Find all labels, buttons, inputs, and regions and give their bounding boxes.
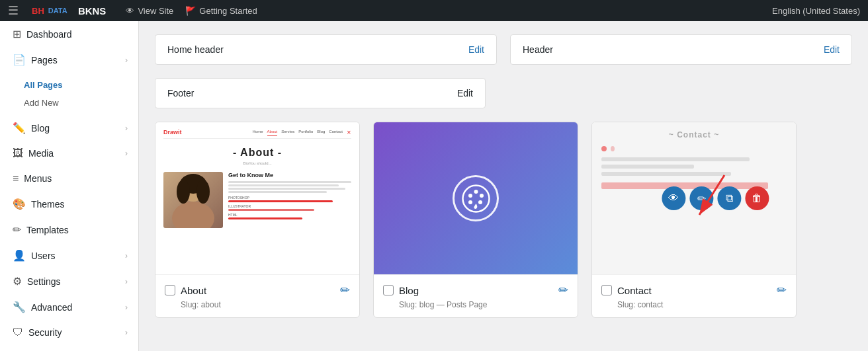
sidebar-item-templates[interactable]: ✏ Templates xyxy=(0,217,138,243)
blog-card-preview xyxy=(374,122,578,274)
sidebar-item-security[interactable]: 🛡 Security › xyxy=(0,320,138,345)
nav-close-icon: ✕ xyxy=(347,130,351,136)
security-icon: 🛡 xyxy=(13,327,23,338)
chevron-right-icon: › xyxy=(125,124,128,133)
home-header-label: Home header xyxy=(167,44,224,55)
blog-gradient-bg xyxy=(374,122,578,274)
contact-preview-heading: ~ Contact ~ xyxy=(601,130,787,139)
advanced-icon: 🔧 xyxy=(13,301,26,313)
home-header-row: Home header Edit xyxy=(155,34,497,65)
sidebar-item-media[interactable]: 🖼 Media › xyxy=(0,141,138,166)
footer-row: Footer Edit xyxy=(155,78,486,108)
sidebar-item-label: Settings xyxy=(27,276,61,287)
menu-icon[interactable]: ☰ xyxy=(8,3,19,18)
nav-home: Home xyxy=(253,130,263,136)
footer-edit-button[interactable]: Edit xyxy=(457,88,473,98)
copy-icon-button[interactable]: ⧉ xyxy=(717,186,741,210)
about-edit-icon[interactable]: ✏ xyxy=(340,283,350,297)
getting-started-link[interactable]: 🚩 Getting Started xyxy=(185,6,257,16)
pages-cards-grid: Drawit Home About Servies Portfolio Blog… xyxy=(155,122,852,318)
pages-submenu: All Pages Add New xyxy=(0,73,138,115)
about-card-footer: About ✏ Slug: about xyxy=(155,274,359,317)
contact-edit-icon[interactable]: ✏ xyxy=(777,283,787,297)
footer-label: Footer xyxy=(167,88,194,98)
header-edit-button[interactable]: Edit xyxy=(824,44,840,55)
delete-icon-button[interactable]: 🗑 xyxy=(745,186,769,210)
nav-about: About xyxy=(267,130,278,136)
sidebar-item-blog[interactable]: ✏️ Blog › xyxy=(0,115,138,141)
templates-icon: ✏ xyxy=(13,223,21,236)
media-icon: 🖼 xyxy=(13,147,23,159)
sidebar-item-menus[interactable]: ≡ Menus xyxy=(0,166,138,191)
blog-checkbox[interactable] xyxy=(383,285,394,295)
nav-contact: Contact xyxy=(329,130,343,136)
svg-point-3 xyxy=(177,180,190,204)
sidebar-item-dashboard[interactable]: ⊞ Dashboard xyxy=(0,21,138,47)
edit-icon-button[interactable]: ✏ xyxy=(689,186,713,210)
contact-line-1 xyxy=(601,157,750,161)
view-icon-button[interactable]: 👁 xyxy=(662,186,685,210)
sidebar-item-pages[interactable]: 📄 Pages › xyxy=(0,47,138,73)
sidebar-item-label: Menus xyxy=(24,173,52,184)
page-card-contact: ~ Contact ~ 👁 ✏ ⧉ xyxy=(591,122,797,318)
users-icon: 👤 xyxy=(13,249,26,262)
contact-dot-2 xyxy=(611,146,615,151)
svg-point-9 xyxy=(478,200,482,204)
themes-icon: 🎨 xyxy=(13,198,26,210)
blog-icon: ✏️ xyxy=(13,122,26,134)
sidebar-item-label: Templates xyxy=(26,225,69,235)
logo-bh: BH xyxy=(32,6,44,16)
svg-point-10 xyxy=(468,200,472,204)
about-person-image xyxy=(163,172,223,228)
sidebar-item-themes[interactable]: 🎨 Themes xyxy=(0,191,138,217)
about-card-slug: Slug: about xyxy=(181,300,350,309)
sidebar-item-advanced[interactable]: 🔧 Advanced › xyxy=(0,294,138,320)
site-logo: BHDATA BKNS xyxy=(32,5,106,17)
contact-card-slug: Slug: contact xyxy=(617,300,787,309)
menus-icon: ≡ xyxy=(13,173,19,184)
sidebar: ⊞ Dashboard 📄 Pages › All Pages Add New … xyxy=(0,21,139,351)
topbar: ☰ BHDATA BKNS 👁 View Site 🚩 Getting Star… xyxy=(0,0,868,21)
view-site-link[interactable]: 👁 View Site xyxy=(126,6,173,16)
sidebar-item-add-new[interactable]: Add New xyxy=(24,94,138,112)
sidebar-item-settings[interactable]: ⚙ Settings › xyxy=(0,268,138,294)
contact-dots-row xyxy=(601,146,787,155)
home-header-edit-button[interactable]: Edit xyxy=(468,44,484,55)
chevron-right-icon: › xyxy=(125,251,128,260)
about-nav: Drawit Home About Servies Portfolio Blog… xyxy=(163,129,351,139)
sidebar-item-label: Pages xyxy=(31,55,58,65)
contact-card-preview: ~ Contact ~ 👁 ✏ ⧉ xyxy=(592,122,796,274)
svg-point-8 xyxy=(480,194,484,198)
about-content: Get to Know Me PHOTOSHOP ILLUSTRATOR xyxy=(163,172,351,228)
sidebar-item-all-pages[interactable]: All Pages xyxy=(24,76,138,94)
contact-checkbox[interactable] xyxy=(601,285,612,295)
nav-blog: Blog xyxy=(317,130,325,136)
header-label: Header xyxy=(523,44,553,55)
header-row: Header Edit xyxy=(510,34,852,65)
blog-edit-icon[interactable]: ✏ xyxy=(558,283,568,297)
sidebar-item-label: Users xyxy=(31,251,56,261)
sidebar-item-users[interactable]: 👤 Users › xyxy=(0,243,138,268)
about-subheading: BioYou should... xyxy=(163,161,351,165)
blog-palette-icon xyxy=(453,175,499,221)
eye-icon: 👁 xyxy=(126,6,134,16)
contact-card-title: Contact xyxy=(617,285,652,296)
contact-line-3 xyxy=(601,172,731,176)
about-checkbox[interactable] xyxy=(165,285,175,295)
about-card-preview: Drawit Home About Servies Portfolio Blog… xyxy=(155,122,359,274)
nav-services: Servies xyxy=(281,130,294,136)
sidebar-item-label: Advanced xyxy=(31,302,72,313)
nav-portfolio: Portfolio xyxy=(298,130,313,136)
about-card-title: About xyxy=(181,285,206,296)
svg-point-7 xyxy=(474,190,478,194)
dashboard-icon: ⊞ xyxy=(13,28,21,40)
about-nav-links: Home About Servies Portfolio Blog Contac… xyxy=(253,130,351,136)
settings-icon: ⚙ xyxy=(13,275,22,288)
flag-icon: 🚩 xyxy=(185,6,196,16)
language-selector[interactable]: English (United States) xyxy=(772,6,860,16)
chevron-right-icon: › xyxy=(125,303,128,312)
blog-card-footer: Blog ✏ Slug: blog — Posts Page xyxy=(374,274,578,317)
main-content: Home header Edit Header Edit Footer Edit… xyxy=(139,21,868,351)
page-card-blog: Blog ✏ Slug: blog — Posts Page xyxy=(373,122,578,318)
about-nav-logo: Drawit xyxy=(163,129,182,136)
